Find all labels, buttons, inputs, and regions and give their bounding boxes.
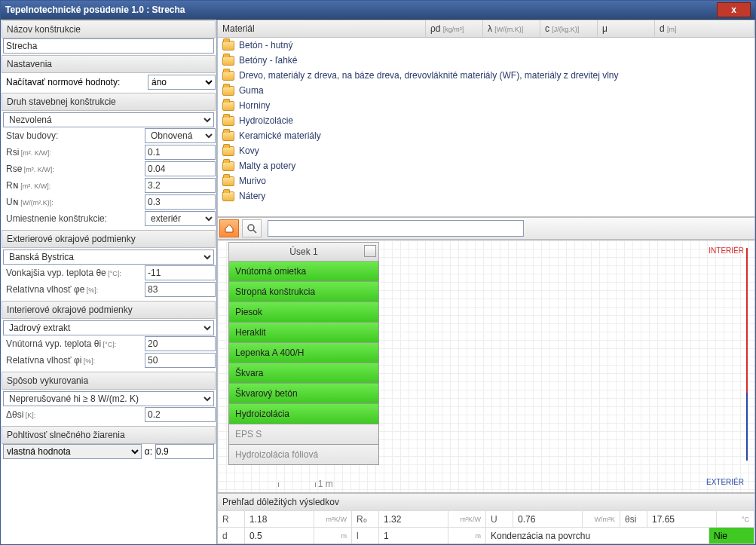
l-value: 1 (379, 528, 448, 543)
folder-icon (222, 56, 234, 66)
canvas-toolbar (217, 217, 755, 240)
material-folder[interactable]: Guma (218, 83, 754, 98)
layer-item[interactable]: Hydroizolácia fóliová (228, 445, 379, 465)
rse-input[interactable] (145, 161, 216, 176)
layer-item[interactable]: Škvara (228, 363, 379, 384)
construction-type-select[interactable]: Nezvolená (3, 112, 214, 127)
material-folder[interactable]: Keramické materiály (218, 128, 754, 143)
material-name: Keramické materiály (239, 130, 321, 141)
alpha-label: α: (143, 446, 154, 457)
placement-select[interactable]: exteriér (145, 211, 216, 226)
col-mu: μ (598, 20, 655, 37)
solar-select[interactable]: vlastná hodnota (3, 444, 142, 459)
section-menu-icon[interactable] (364, 245, 376, 257)
material-name: Hydroizolácie (239, 115, 293, 126)
folder-icon (222, 146, 234, 156)
material-folder[interactable]: Drevo, materiály z dreva, na báze dreva,… (218, 68, 754, 83)
section-panel: Úsek 1 Vnútorná omietkaStropná konštrukc… (228, 242, 379, 465)
rn-label: Rɴ [m². K/W]: (2, 180, 145, 191)
folder-icon (222, 191, 234, 201)
layer-item[interactable]: Hydroizolácia (228, 404, 379, 424)
rhe-label: Relatívna vlhosť φe [%]: (2, 284, 145, 295)
layer-item[interactable]: Stropná konštrukcia (228, 282, 379, 302)
int-type-select[interactable]: Jadrový extrakt (3, 320, 214, 335)
te-label: Vonkajšia vyp. teplota θe [°C]: (2, 268, 145, 278)
condensation-value: Nie (709, 528, 754, 543)
tsi-unit: °C (717, 511, 754, 527)
results-panel: Prehľad dôležitých výsledkov R 1.18 m²K/… (217, 493, 755, 544)
panel-heat-header: Spôsob vykurovania (2, 372, 216, 390)
folder-icon (222, 161, 234, 171)
layer-item[interactable]: Lepenka A 400/H (228, 343, 379, 363)
ext-city-select[interactable]: Banská Bystrica (3, 250, 214, 265)
alpha-input[interactable] (155, 444, 214, 459)
close-button[interactable]: x (717, 2, 751, 17)
layer-item[interactable]: EPS S (228, 424, 379, 445)
rn-input[interactable] (145, 178, 216, 193)
exterior-marker (746, 393, 748, 461)
material-folder[interactable]: Betón - hutný (218, 38, 754, 53)
layer-item[interactable]: Heraklit (228, 323, 379, 343)
panel-solar-header: Pohltivosť slnečného žiarenia (2, 426, 216, 444)
layer-item[interactable]: Škvarový betón (228, 384, 379, 404)
rsi-input[interactable] (145, 145, 216, 160)
material-table-header: Materiál ρd [kg/m³] λ [W/(m.K)] c [J/(kg… (217, 20, 755, 38)
material-name: Horniny (239, 100, 270, 111)
panel-type-header: Druh stavebnej konštrukcie (2, 93, 216, 111)
r-value: 1.18 (245, 511, 314, 527)
zoom-button[interactable] (242, 219, 262, 237)
section-header[interactable]: Úsek 1 (228, 242, 379, 262)
state-select[interactable]: Obnovená (145, 128, 216, 143)
material-folder[interactable]: Horniny (218, 98, 754, 113)
col-rho: ρd [kg/m³] (426, 20, 483, 37)
layer-item[interactable]: Vnútorná omietka (228, 262, 379, 282)
left-sidebar: Názov konštrukcie Nastavenia Načítavať n… (1, 20, 216, 544)
material-folder[interactable]: Kovy (218, 143, 754, 158)
material-folder[interactable]: Malty a potery (218, 158, 754, 173)
material-folder[interactable]: Betóny - ľahké (218, 53, 754, 68)
load-norms-label: Načítavať normové hodnoty: (2, 77, 148, 87)
heating-select[interactable]: Neprerušované hi ≥ 8 W/(m2. K) (3, 391, 214, 406)
ti-input[interactable] (145, 336, 216, 351)
un-input[interactable] (145, 194, 216, 210)
material-folder[interactable]: Hydroizolácie (218, 113, 754, 128)
material-list[interactable]: Betón - hutnýBetóny - ľahkéDrevo, materi… (217, 38, 755, 217)
col-c: c [J/(kg.K)] (540, 20, 598, 37)
construction-name-input[interactable] (3, 38, 214, 54)
dtsi-input[interactable] (145, 407, 216, 422)
material-folder[interactable]: Murivo (218, 173, 754, 188)
canvas-area[interactable]: INTERIÉR EXTERIÉR Úsek 1 Vnútorná omietk… (217, 240, 755, 493)
d-label: d (218, 528, 245, 543)
folder-icon (222, 176, 234, 186)
svg-line-1 (253, 230, 256, 233)
l-unit: m (448, 528, 486, 543)
exterior-label: EXTERIÉR (706, 478, 744, 486)
u-label: U (486, 511, 513, 527)
material-folder[interactable]: Nátery (218, 188, 754, 204)
layer-item[interactable]: Piesok (228, 302, 379, 323)
un-label: Uɴ [W/(m².K)]: (2, 197, 145, 207)
scale-indicator: 1 m (278, 479, 333, 489)
load-norms-select[interactable]: áno (148, 75, 216, 90)
l-label: l (352, 528, 379, 543)
folder-icon (222, 101, 234, 111)
material-name: Drevo, materiály z dreva, na báze dreva,… (239, 70, 619, 81)
home-button[interactable] (219, 219, 239, 237)
te-input[interactable] (145, 265, 216, 280)
panel-name-header: Názov konštrukcie (2, 20, 216, 38)
u-unit: W/m²K (583, 511, 620, 527)
interior-label: INTERIÉR (709, 246, 744, 255)
rhi-input[interactable] (145, 353, 216, 368)
rhe-input[interactable] (145, 282, 216, 297)
tsi-label: θsi (620, 511, 647, 527)
r0-value: 1.32 (379, 511, 448, 527)
rse-label: Rse [m². K/W]: (2, 164, 145, 174)
r0-label: R₀ (352, 511, 379, 527)
col-d: d [m] (655, 20, 754, 37)
material-search-input[interactable] (268, 220, 524, 237)
folder-icon (222, 71, 234, 81)
folder-icon (222, 41, 234, 51)
ti-label: Vnútorná vyp. teplota θi [°C]: (2, 338, 145, 349)
d-unit: m (314, 528, 352, 543)
material-name: Guma (239, 85, 264, 96)
